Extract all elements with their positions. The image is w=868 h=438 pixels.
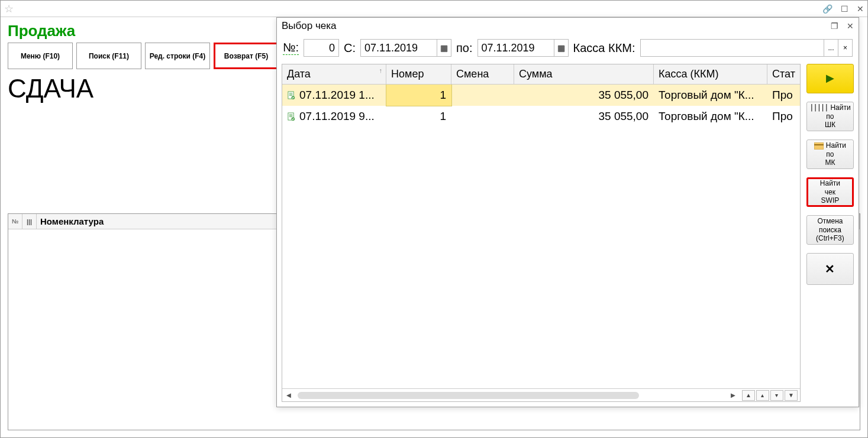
- checks-table: Дата ↑ Номер Смена Сумма Касса (ККМ) Ста…: [282, 64, 801, 402]
- main-titlebar: ☆ 🔗 ☐ ✕: [1, 1, 867, 17]
- nav-down-icon[interactable]: ▾: [770, 390, 783, 401]
- checks-table-rows: 07.11.2019 1... 1 35 055,00 Торговый дом…: [282, 85, 800, 388]
- dialog-body: Дата ↑ Номер Смена Сумма Касса (ККМ) Ста…: [282, 64, 854, 402]
- from-date-label: С:: [344, 41, 356, 55]
- from-date-input[interactable]: [360, 39, 437, 57]
- column-number-icon[interactable]: №: [8, 214, 22, 229]
- search-button[interactable]: Поиск (F11): [76, 43, 141, 69]
- svg-rect-5: [814, 144, 824, 145]
- sort-ascending-icon: ↑: [379, 67, 383, 74]
- column-summa[interactable]: Сумма: [514, 64, 654, 84]
- nav-up-icon[interactable]: ▴: [756, 390, 769, 401]
- column-number[interactable]: Номер: [386, 64, 451, 84]
- column-date[interactable]: Дата ↑: [282, 64, 386, 84]
- cell-summa: 35 055,00: [514, 106, 654, 127]
- cell-smena: [451, 85, 514, 106]
- nav-last-icon[interactable]: ▼: [785, 390, 798, 401]
- cell-kassa-kkm: Торговый дом "К...: [654, 106, 767, 127]
- find-check-swip-button[interactable]: НайтичекSWIP: [806, 177, 854, 207]
- number-label-link[interactable]: №:: [283, 41, 299, 55]
- maximize-icon[interactable]: ☐: [841, 4, 848, 14]
- kassa-kkm-input[interactable]: [640, 39, 824, 57]
- dialog-filters: №: С: ▦ по: ▦ Касса ККМ: ... ×: [277, 34, 859, 61]
- window-controls: 🔗 ☐ ✕: [822, 4, 864, 14]
- close-icon[interactable]: ✕: [857, 4, 864, 14]
- edit-rows-button[interactable]: Ред. строки (F4): [145, 43, 210, 69]
- cell-status: Про: [767, 106, 800, 127]
- favorite-star-icon[interactable]: ☆: [4, 2, 14, 15]
- card-icon: [814, 142, 824, 150]
- column-smena[interactable]: Смена: [451, 64, 514, 84]
- horizontal-scroll-zone: ◄ ► ▲ ▴ ▾ ▼: [282, 388, 800, 401]
- cell-number: 1: [386, 85, 451, 106]
- scroll-thumb[interactable]: [298, 392, 639, 399]
- to-date-label: по:: [456, 41, 473, 55]
- close-dialog-button[interactable]: ✕: [806, 253, 854, 285]
- document-icon: [287, 91, 296, 100]
- table-nav-buttons: ▲ ▴ ▾ ▼: [740, 390, 800, 401]
- dialog-titlebar: Выбор чека ❐ ✕: [277, 18, 859, 34]
- to-date-input[interactable]: [477, 39, 554, 57]
- cell-smena: [451, 106, 514, 127]
- kassa-clear-button[interactable]: ×: [838, 39, 853, 57]
- return-button[interactable]: Возврат (F5): [214, 43, 279, 69]
- main-area: Продажа Меню (F10) Поиск (F11) Ред. стро…: [1, 17, 867, 437]
- table-row[interactable]: 07.11.2019 9... 1 35 055,00 Торговый дом…: [282, 106, 800, 127]
- kassa-kkm-box: ... ×: [640, 39, 853, 57]
- dialog-restore-icon[interactable]: ❐: [831, 21, 838, 31]
- scroll-left-icon[interactable]: ◄: [282, 390, 295, 401]
- play-select-button[interactable]: ▶: [806, 64, 854, 93]
- svg-rect-4: [814, 142, 824, 150]
- menu-button[interactable]: Меню (F10): [8, 43, 73, 69]
- dialog-close-icon[interactable]: ✕: [847, 21, 854, 31]
- select-check-dialog: Выбор чека ❐ ✕ №: С: ▦ по: ▦ Касса ККМ: …: [276, 17, 859, 407]
- column-barcode-icon[interactable]: |||: [22, 214, 37, 229]
- cell-number: 1: [386, 106, 451, 127]
- dialog-side-buttons: ▶ |||||Найти поШК Найти поМК НайтичекSWI…: [806, 64, 854, 402]
- scroll-track[interactable]: [298, 392, 724, 399]
- find-by-mk-button[interactable]: Найти поМК: [806, 139, 854, 169]
- document-icon: [287, 112, 296, 121]
- checks-table-header: Дата ↑ Номер Смена Сумма Касса (ККМ) Ста…: [282, 64, 800, 85]
- cell-status: Про: [767, 85, 800, 106]
- to-date-box: ▦: [477, 39, 569, 57]
- barcode-icon: |||||: [809, 103, 828, 112]
- cell-summa: 35 055,00: [514, 85, 654, 106]
- number-input[interactable]: [304, 39, 339, 57]
- link-icon[interactable]: 🔗: [822, 4, 832, 14]
- column-kassa-kkm[interactable]: Касса (ККМ): [654, 64, 767, 84]
- cancel-search-button[interactable]: Отменапоиска(Ctrl+F3): [806, 215, 854, 245]
- nav-first-icon[interactable]: ▲: [742, 390, 755, 401]
- dialog-window-controls: ❐ ✕: [831, 21, 854, 31]
- find-by-barcode-button[interactable]: |||||Найти поШК: [806, 102, 854, 131]
- dialog-title: Выбор чека: [282, 20, 337, 32]
- cell-kassa-kkm: Торговый дом "К...: [654, 85, 767, 106]
- scroll-right-icon[interactable]: ►: [727, 390, 740, 401]
- kassa-select-button[interactable]: ...: [824, 39, 838, 57]
- table-row[interactable]: 07.11.2019 1... 1 35 055,00 Торговый дом…: [282, 85, 800, 106]
- column-status[interactable]: Стат: [767, 64, 800, 84]
- cell-date: 07.11.2019 1...: [282, 85, 386, 106]
- cell-date: 07.11.2019 9...: [282, 106, 386, 127]
- to-date-calendar-icon[interactable]: ▦: [554, 39, 569, 57]
- from-date-calendar-icon[interactable]: ▦: [437, 39, 451, 57]
- kassa-kkm-label: Касса ККМ:: [573, 41, 635, 55]
- from-date-box: ▦: [360, 39, 451, 57]
